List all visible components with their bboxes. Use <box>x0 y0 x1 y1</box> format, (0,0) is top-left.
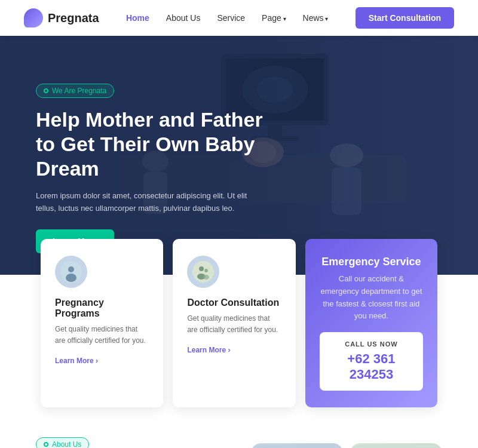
logo-icon <box>24 8 43 27</box>
doctor-card-title: Doctor Consultation <box>187 297 281 308</box>
doctor-avatar <box>187 256 219 288</box>
svg-point-20 <box>199 266 204 271</box>
svg-point-17 <box>66 274 76 282</box>
about-badge: About Us <box>36 437 89 448</box>
about-section: About Us Healthy Maternity for You and Y… <box>0 407 478 448</box>
svg-rect-24 <box>251 445 343 448</box>
logo-text: Pregnata <box>48 11 99 25</box>
about-text: About Us Healthy Maternity for You and Y… <box>36 437 227 448</box>
doctor-learn-more-link[interactable]: Learn More <box>187 346 230 354</box>
pregnancy-learn-more-link[interactable]: Learn More <box>55 357 98 365</box>
hero-description: Lorem ipsum dolor sit amet, consectetur … <box>36 190 251 215</box>
svg-rect-31 <box>350 445 442 448</box>
badge-dot <box>44 88 48 93</box>
call-label: CALL US NOW <box>332 340 411 348</box>
nav-home[interactable]: Home <box>126 13 149 23</box>
about-image-1 <box>251 443 343 448</box>
call-phone: +62 361 234253 <box>332 351 411 382</box>
emergency-description: Call our accident & emergency department… <box>320 273 423 323</box>
hero-content: We Are Pregnata Help Mother and Father t… <box>36 84 287 253</box>
pregnancy-card-title: Pregnancy Programs <box>55 297 149 319</box>
doctor-card: Doctor Consultation Get quality medicine… <box>173 239 295 407</box>
about-badge-text: About Us <box>52 440 81 448</box>
about-badge-dot <box>44 442 48 447</box>
about-images <box>251 443 442 448</box>
hero-title: Help Mother and Father to Get Their Own … <box>36 108 287 180</box>
emergency-card: Emergency Service Call our accident & em… <box>305 239 437 407</box>
nav-page[interactable]: Page <box>262 13 286 23</box>
hero-badge-text: We Are Pregnata <box>52 87 106 95</box>
doctor-avatar-icon <box>192 261 214 283</box>
svg-point-23 <box>203 275 209 280</box>
hero-badge: We Are Pregnata <box>36 84 114 98</box>
about-img-1-svg <box>251 443 343 448</box>
svg-point-16 <box>68 266 74 272</box>
pregnancy-card-desc: Get quality medicines that are officiall… <box>55 324 149 346</box>
pregnancy-avatar-icon <box>60 261 82 283</box>
navbar: Pregnata Home About Us Service Page News… <box>0 0 478 36</box>
pregnancy-avatar <box>55 256 87 288</box>
about-image-2-visual <box>350 443 442 448</box>
nav-about[interactable]: About Us <box>166 13 201 23</box>
about-img-2-svg <box>350 443 442 448</box>
call-box: CALL US NOW +62 361 234253 <box>320 332 423 391</box>
about-image-1-visual <box>251 443 343 448</box>
emergency-title: Emergency Service <box>320 256 423 268</box>
svg-point-22 <box>204 269 208 272</box>
about-image-2 <box>350 443 442 448</box>
pregnancy-card: Pregnancy Programs Get quality medicines… <box>41 239 163 407</box>
nav-news[interactable]: News <box>303 13 329 23</box>
start-consultation-button[interactable]: Start Consultation <box>356 7 454 29</box>
nav-service[interactable]: Service <box>217 13 245 23</box>
cards-section: Pregnancy Programs Get quality medicines… <box>0 239 478 407</box>
nav-links: Home About Us Service Page News <box>126 13 328 23</box>
svg-point-19 <box>192 261 214 283</box>
nav-logo[interactable]: Pregnata <box>24 8 99 27</box>
doctor-card-desc: Get quality medicines that are officiall… <box>187 313 281 336</box>
